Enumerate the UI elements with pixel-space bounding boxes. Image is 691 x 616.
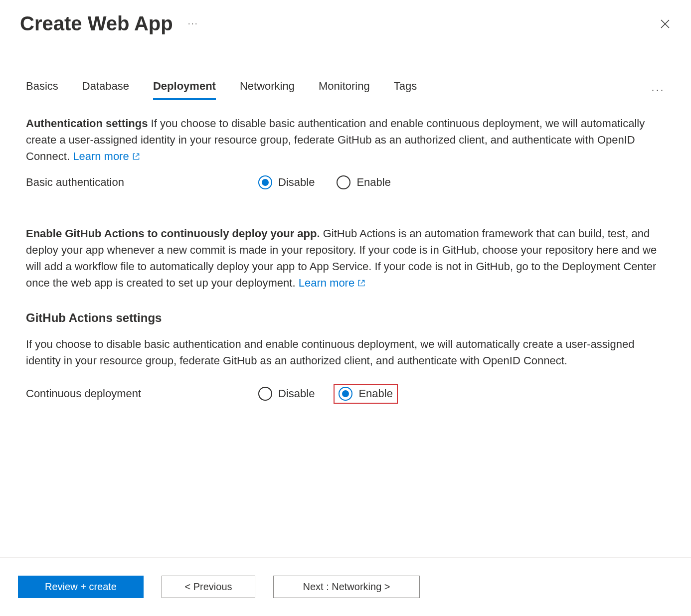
tab-deployment[interactable]: Deployment (153, 80, 216, 100)
basic-auth-row: Basic authentication Disable Enable (26, 174, 665, 190)
radio-circle-icon (258, 387, 272, 401)
basic-auth-disable-option[interactable]: Disable (255, 174, 318, 190)
basic-auth-disable-label: Disable (278, 176, 315, 189)
continuous-deployment-disable-option[interactable]: Disable (255, 386, 318, 402)
radio-inner-icon (342, 390, 349, 397)
basic-auth-radio-group: Disable Enable (255, 174, 394, 190)
panel-header: Create Web App ··· (0, 0, 691, 45)
auth-learn-more-text: Learn more (73, 148, 129, 164)
tab-monitoring[interactable]: Monitoring (319, 80, 370, 100)
continuous-deployment-label: Continuous deployment (26, 387, 255, 400)
tabs-overflow-icon[interactable]: ··· (652, 85, 665, 95)
title-more-icon[interactable]: ··· (188, 18, 198, 29)
github-section-text: Enable GitHub Actions to continuously de… (26, 225, 665, 291)
auth-section-text: Authentication settings If you choose to… (26, 115, 665, 164)
footer-bar: Review + create < Previous Next : Networ… (0, 557, 691, 616)
basic-auth-label: Basic authentication (26, 176, 255, 189)
continuous-deployment-enable-option[interactable]: Enable (334, 384, 398, 404)
review-create-button[interactable]: Review + create (18, 576, 144, 598)
auth-heading: Authentication settings (26, 117, 148, 130)
header-left: Create Web App ··· (20, 12, 198, 35)
basic-auth-enable-option[interactable]: Enable (334, 174, 394, 190)
close-button[interactable] (659, 18, 671, 30)
continuous-deployment-disable-label: Disable (278, 387, 315, 400)
content-area: Authentication settings If you choose to… (0, 100, 691, 414)
radio-circle-icon (337, 175, 350, 189)
github-learn-more-link[interactable]: Learn more (299, 275, 366, 291)
github-learn-more-text: Learn more (299, 275, 355, 291)
tab-basics[interactable]: Basics (26, 80, 58, 100)
continuous-deployment-enable-label: Enable (358, 387, 393, 400)
radio-inner-icon (262, 179, 269, 186)
auth-learn-more-link[interactable]: Learn more (73, 148, 141, 164)
radio-circle-selected-icon (258, 175, 272, 189)
external-link-icon (132, 152, 141, 161)
external-link-icon (357, 279, 366, 288)
tab-networking[interactable]: Networking (240, 80, 295, 100)
close-icon (659, 18, 671, 30)
continuous-deployment-radio-group: Disable Enable (255, 384, 398, 404)
github-heading: Enable GitHub Actions to continuously de… (26, 227, 320, 240)
tab-tags[interactable]: Tags (394, 80, 417, 100)
github-settings-title: GitHub Actions settings (26, 311, 665, 325)
tab-database[interactable]: Database (82, 80, 129, 100)
basic-auth-enable-label: Enable (356, 176, 391, 189)
github-settings-body: If you choose to disable basic authentic… (26, 336, 665, 369)
radio-circle-selected-icon (339, 387, 352, 401)
continuous-deployment-row: Continuous deployment Disable Enable (26, 384, 665, 404)
page-title: Create Web App (20, 12, 173, 35)
previous-button[interactable]: < Previous (162, 576, 255, 598)
next-button[interactable]: Next : Networking > (273, 576, 420, 598)
tab-bar: Basics Database Deployment Networking Mo… (0, 80, 691, 100)
